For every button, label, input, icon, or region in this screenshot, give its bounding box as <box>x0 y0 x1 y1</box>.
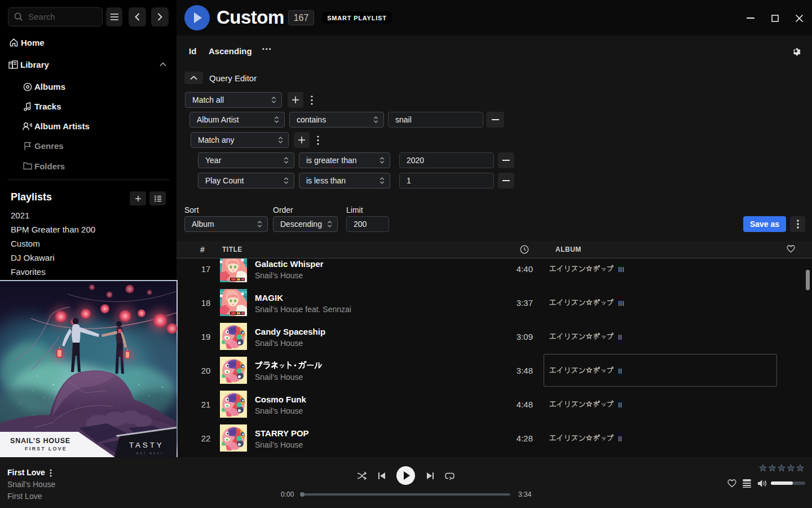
svg-text:II: II <box>618 435 622 443</box>
svg-text:II: II <box>618 333 622 341</box>
svg-text:FIRST LOVE: FIRST LOVE <box>25 446 67 452</box>
svg-text:SNAIL’S HOUSE: SNAIL’S HOUSE <box>10 437 70 445</box>
svg-text:BST.MAXI: BST.MAXI <box>136 452 164 455</box>
svg-text:II: II <box>618 367 622 375</box>
svg-text:II: II <box>618 401 622 409</box>
svg-text:TASTY: TASTY <box>129 441 164 449</box>
svg-text:III: III <box>618 265 624 274</box>
svg-text:III: III <box>618 299 624 308</box>
